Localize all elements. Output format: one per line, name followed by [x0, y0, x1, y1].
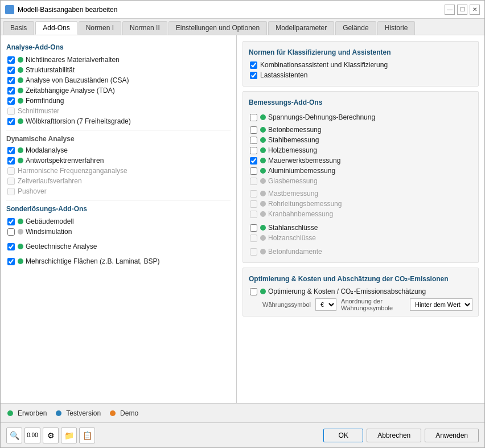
- check-row-betonfundament: Betonfundamente: [249, 248, 472, 256]
- check-row-windsim: Windsimulation: [6, 228, 231, 236]
- checkbox-nichtlineares[interactable]: [7, 56, 15, 64]
- dot-glas: [260, 178, 266, 184]
- app-icon: [5, 5, 14, 14]
- checkbox-stahl[interactable]: [250, 137, 257, 144]
- ok-button[interactable]: OK: [323, 429, 363, 442]
- label-mauerwerk: Mauerwerksbemessung: [268, 157, 340, 165]
- legend-testversion-label: Testversion: [66, 409, 101, 417]
- checkbox-zeitabhaengig[interactable]: [7, 87, 15, 94]
- label-aluminium: Aluminiumbemessung: [268, 167, 335, 175]
- checkbox-aluminium[interactable]: [250, 167, 257, 175]
- legend-bar: Erworben Testversion Demo: [1, 403, 484, 422]
- opt-section: Optimierung & Kosten und Abschätzung der…: [242, 268, 479, 317]
- gear-toolbar-button[interactable]: ⚙: [43, 428, 59, 443]
- checkbox-antwort[interactable]: [7, 157, 15, 165]
- tab-normen1[interactable]: Normen I: [79, 21, 121, 35]
- value-toolbar-button[interactable]: 0.00: [24, 428, 40, 443]
- label-holz: Holzbemessung: [268, 146, 317, 154]
- check-row-kran: Kranbahnbemessung: [249, 210, 472, 218]
- check-row-stahl: Stahlbemessung: [249, 136, 472, 144]
- check-row-mauerwerk: Mauerwerksbemessung: [249, 157, 472, 165]
- label-mehrschichtig: Mehrschichtige Flächen (z.B. Laminat, BS…: [26, 257, 159, 265]
- abbrechen-button[interactable]: Abbrechen: [367, 429, 421, 442]
- search-toolbar-button[interactable]: 🔍: [6, 428, 22, 443]
- normen-section: Normen für Klassifizierung und Assistent…: [242, 41, 479, 87]
- label-kombi: Kombinationsassistent und Klassifizierun…: [260, 61, 388, 69]
- checkbox-strukturstabilitaet[interactable]: [7, 67, 15, 74]
- check-row-zeitverlauf: Zeitverlaufsverfahren: [6, 177, 231, 185]
- checkbox-bauzustaende[interactable]: [7, 77, 15, 84]
- dot-mehrschichtig: [18, 258, 23, 264]
- checkbox-harmonisch[interactable]: [7, 167, 15, 175]
- tab-historie[interactable]: Historie: [377, 21, 416, 35]
- checkbox-holz[interactable]: [250, 147, 257, 154]
- label-beton: Betonbemessung: [268, 126, 321, 134]
- check-row-nichtlineares: Nichtlineares Materialverhalten: [6, 56, 231, 64]
- checkbox-beton[interactable]: [250, 126, 257, 134]
- label-stahlanschluss: Stahlanschlüsse: [268, 224, 318, 232]
- legend-demo-label: Demo: [120, 409, 138, 417]
- checkbox-woelb[interactable]: [7, 118, 15, 125]
- label-woelb: Wölbkrafttorsion (7 Freiheitsgrade): [26, 117, 131, 125]
- checkbox-modal[interactable]: [7, 147, 15, 154]
- minimize-button[interactable]: —: [445, 5, 455, 15]
- checkbox-spannungs[interactable]: [250, 114, 257, 121]
- check-row-geotechnisch: Geotechnische Analyse: [6, 243, 231, 250]
- checkbox-betonfundament[interactable]: [250, 248, 257, 256]
- tab-gelaende[interactable]: Gelände: [335, 21, 376, 35]
- label-mast: Mastbemessung: [268, 190, 318, 198]
- dot-windsim: [18, 229, 23, 235]
- currency-select[interactable]: €: [315, 298, 336, 311]
- check-row-zeitabhaengig: Zeitabhängige Analyse (TDA): [6, 87, 231, 94]
- label-glas: Glasbemessung: [268, 177, 318, 185]
- checkbox-gebaeude[interactable]: [7, 218, 15, 225]
- sonder-section-title: Sonderlösungs-Add-Ons: [6, 205, 231, 213]
- label-stahl: Stahlbemessung: [268, 136, 319, 144]
- checkbox-geotechnisch[interactable]: [7, 243, 15, 250]
- label-antwort: Antwortspektrenverfahren: [26, 157, 104, 165]
- dot-kran: [260, 211, 266, 217]
- arrangement-select[interactable]: Hinter dem Wert: [410, 298, 472, 311]
- checkbox-kran[interactable]: [250, 211, 257, 218]
- checkbox-mast[interactable]: [250, 190, 257, 198]
- tab-bar: Basis Add-Ons Normen I Normen II Einstel…: [1, 19, 484, 35]
- check-row-beton: Betonbemessung: [249, 126, 472, 134]
- checkbox-windsim[interactable]: [7, 228, 15, 236]
- close-button[interactable]: ✕: [470, 5, 480, 15]
- currency-row: Währungssymbol € Anordnung der Währungss…: [249, 298, 472, 311]
- anwenden-button[interactable]: Anwenden: [425, 429, 479, 442]
- tab-einstellungen[interactable]: Einstellungen und Optionen: [168, 21, 267, 35]
- opt-section-title: Optimierung & Kosten und Abschätzung der…: [249, 275, 472, 283]
- checkbox-glas[interactable]: [250, 178, 257, 185]
- label-zeitabhaengig: Zeitabhängige Analyse (TDA): [26, 87, 115, 94]
- tab-basis[interactable]: Basis: [3, 21, 34, 35]
- checkbox-schnittmuster[interactable]: [7, 108, 15, 115]
- dynamisch-section-title: Dynamische Analyse: [6, 135, 231, 143]
- checkbox-last[interactable]: [250, 72, 257, 79]
- checkbox-mehrschichtig[interactable]: [7, 258, 15, 265]
- tab-modellparameter[interactable]: Modellparameter: [268, 21, 334, 35]
- tab-normen2[interactable]: Normen II: [122, 21, 167, 35]
- right-panel: Normen für Klassifizierung und Assistent…: [237, 35, 484, 403]
- dot-spannungs: [260, 114, 266, 120]
- checkbox-rohr[interactable]: [250, 200, 257, 208]
- checkbox-mauerwerk[interactable]: [250, 157, 257, 165]
- checkbox-opt[interactable]: [250, 288, 257, 295]
- dot-gebaeude: [18, 219, 23, 224]
- checkbox-holzanschluss[interactable]: [250, 235, 257, 242]
- maximize-button[interactable]: ☐: [457, 5, 467, 15]
- checkbox-formfindung[interactable]: [7, 97, 15, 105]
- tab-addons[interactable]: Add-Ons: [35, 21, 77, 35]
- checkbox-pushover[interactable]: [7, 188, 15, 195]
- folder-toolbar-button[interactable]: 📁: [61, 428, 77, 443]
- dot-erworben: [7, 410, 13, 416]
- checkbox-kombi[interactable]: [250, 61, 257, 69]
- dot-zeitabhaengig: [18, 88, 23, 93]
- legend-testversion: Testversion: [56, 409, 101, 417]
- dot-testversion: [56, 410, 61, 416]
- checkbox-zeitverlauf[interactable]: [7, 178, 15, 185]
- checkbox-stahlanschluss[interactable]: [250, 224, 257, 232]
- check-row-mehrschichtig: Mehrschichtige Flächen (z.B. Laminat, BS…: [6, 257, 231, 265]
- clipboard-toolbar-button[interactable]: 📋: [79, 428, 95, 443]
- dot-rohr: [260, 201, 266, 207]
